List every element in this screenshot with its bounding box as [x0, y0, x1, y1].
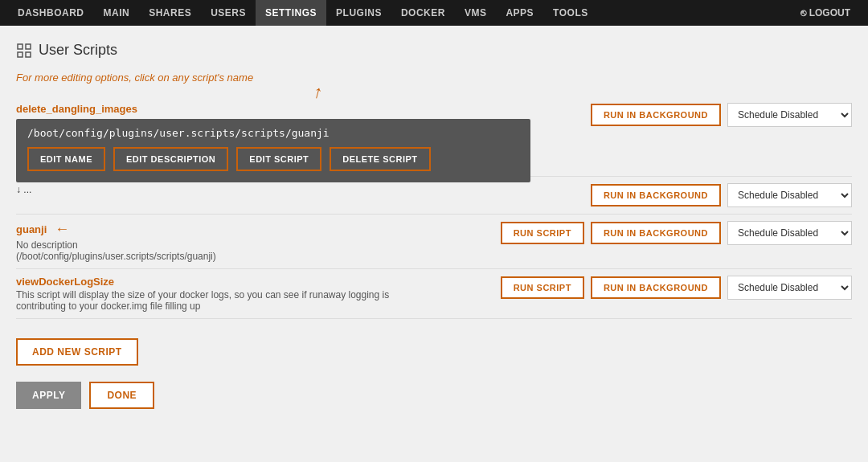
nav-main[interactable]: MAIN [94, 0, 140, 26]
script-info-partial: ↓ ... [16, 183, 575, 195]
svg-rect-0 [18, 44, 23, 49]
script-desc-guanji: No description(/boot/config/plugins/user… [16, 239, 402, 262]
popup-path: /boot/config/plugins/user.scripts/script… [27, 127, 519, 139]
page-title: User Scripts [39, 42, 117, 59]
nav-docker[interactable]: DOCKER [391, 0, 455, 26]
run-script-btn-viewdocker[interactable]: RUN SCRIPT [501, 276, 584, 299]
run-background-btn-1[interactable]: RUN IN BACKGROUND [591, 104, 721, 126]
nav-vms[interactable]: VMS [455, 0, 497, 26]
popup-buttons: EDIT NAME EDIT DESCRIPTION EDIT SCRIPT D… [27, 147, 519, 171]
done-button[interactable]: DONE [89, 382, 154, 409]
nav-plugins[interactable]: PLUGINS [326, 0, 391, 26]
schedule-select-2[interactable]: Schedule Disabled At Startup Daily Weekl… [727, 183, 852, 207]
script-actions-delete-dangling: RUN IN BACKGROUND Schedule Disabled At S… [591, 103, 852, 127]
edit-script-button[interactable]: EDIT SCRIPT [236, 147, 321, 171]
add-new-script-button[interactable]: ADD NEW SCRIPT [16, 338, 138, 366]
nav-dashboard[interactable]: DASHBOARD [8, 0, 94, 26]
script-info-viewdocker: viewDockerLogSize This script will displ… [16, 276, 485, 312]
nav-users[interactable]: USERS [201, 0, 256, 26]
nav-apps[interactable]: APPS [496, 0, 543, 26]
script-popup: /boot/config/plugins/user.scripts/script… [16, 119, 530, 182]
logout-icon: ⎋ [800, 7, 806, 18]
edit-description-button[interactable]: EDIT DESCRIPTION [113, 147, 228, 171]
nav-tools[interactable]: TOOLS [543, 0, 598, 26]
run-background-btn-2[interactable]: RUN IN BACKGROUND [591, 184, 721, 206]
delete-script-button[interactable]: DELETE SCRIPT [330, 147, 430, 171]
script-row-delete-dangling: delete_dangling_images /boot/config/plug… [16, 96, 852, 177]
grid-icon [16, 43, 32, 59]
apply-button[interactable]: APPLY [16, 382, 81, 409]
script-row-partial: ↓ ... RUN IN BACKGROUND Schedule Disable… [16, 177, 852, 215]
schedule-select-viewdocker[interactable]: Schedule Disabled At Startup Daily Weekl… [727, 276, 852, 300]
schedule-select-1[interactable]: Schedule Disabled At Startup Daily Weekl… [727, 103, 852, 127]
script-actions-partial: RUN IN BACKGROUND Schedule Disabled At S… [591, 183, 852, 207]
script-desc-viewdocker: This script will display the size of you… [16, 289, 402, 312]
script-actions-guanji: RUN SCRIPT RUN IN BACKGROUND Schedule Di… [501, 221, 852, 245]
page-title-row: User Scripts [16, 42, 852, 59]
script-info-delete-dangling: delete_dangling_images /boot/config/plug… [16, 103, 575, 115]
svg-rect-1 [26, 44, 31, 49]
script-row-viewdocker: viewDockerLogSize This script will displ… [16, 269, 852, 319]
schedule-select-guanji[interactable]: Schedule Disabled At Startup Daily Weekl… [727, 221, 852, 245]
svg-rect-3 [26, 52, 31, 57]
scripts-container: delete_dangling_images /boot/config/plug… [16, 96, 852, 319]
script-name-guanji[interactable]: guanji [16, 223, 47, 235]
guanji-name-row: guanji ← [16, 221, 485, 238]
logout-label: LOGOUT [809, 7, 850, 18]
left-arrow-icon: ← [55, 221, 69, 238]
nav-shares[interactable]: SHARES [139, 0, 201, 26]
script-actions-viewdocker: RUN SCRIPT RUN IN BACKGROUND Schedule Di… [501, 276, 852, 300]
script-name-viewdocker[interactable]: viewDockerLogSize [16, 276, 114, 288]
script-name-delete-dangling[interactable]: delete_dangling_images [16, 103, 137, 115]
partial-script-text: ↓ ... [16, 184, 31, 195]
main-content: User Scripts For more editing options, c… [0, 26, 868, 425]
svg-rect-2 [18, 52, 23, 57]
script-info-guanji: guanji ← No description(/boot/config/plu… [16, 221, 485, 262]
run-background-btn-guanji[interactable]: RUN IN BACKGROUND [591, 222, 721, 244]
top-navigation: DASHBOARD MAIN SHARES USERS SETTINGS PLU… [0, 0, 868, 26]
edit-name-button[interactable]: EDIT NAME [27, 147, 105, 171]
nav-settings[interactable]: SETTINGS [256, 0, 326, 26]
script-row-guanji: guanji ← No description(/boot/config/plu… [16, 215, 852, 269]
footer-actions: APPLY DONE [16, 382, 852, 409]
logout-button[interactable]: ⎋ LOGOUT [791, 7, 860, 18]
run-script-btn-guanji[interactable]: RUN SCRIPT [501, 222, 584, 244]
add-script-area: ADD NEW SCRIPT [16, 338, 852, 366]
run-background-btn-viewdocker[interactable]: RUN IN BACKGROUND [591, 276, 721, 299]
hint-text: For more editing options, click on any s… [16, 72, 852, 84]
